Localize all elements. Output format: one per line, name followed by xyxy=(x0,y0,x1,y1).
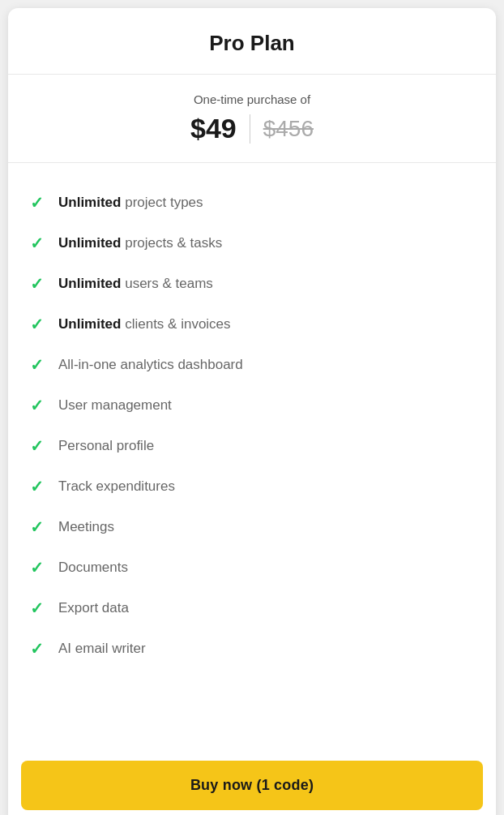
price-divider xyxy=(250,114,250,144)
current-price: $49 xyxy=(190,113,237,144)
check-icon: ✓ xyxy=(28,598,45,618)
feature-text: Unlimited users & teams xyxy=(58,275,213,293)
list-item: ✓User management xyxy=(28,385,476,426)
list-item: ✓Documents xyxy=(28,547,476,588)
original-price: $456 xyxy=(263,116,314,142)
list-item: ✓Unlimited clients & invoices xyxy=(28,304,476,345)
list-item: ✓Unlimited users & teams xyxy=(28,264,476,304)
check-icon: ✓ xyxy=(28,517,45,537)
feature-text: Personal profile xyxy=(58,437,154,455)
list-item: ✓Meetings xyxy=(28,507,476,547)
list-item: ✓AI email writer xyxy=(28,628,476,669)
list-item: ✓Unlimited project types xyxy=(28,182,476,223)
check-icon: ✓ xyxy=(28,274,45,294)
list-item: ✓Unlimited projects & tasks xyxy=(28,223,476,264)
pricing-section: One-time purchase of $49 $456 xyxy=(8,75,496,163)
list-item: ✓Export data xyxy=(28,588,476,628)
check-icon: ✓ xyxy=(28,396,45,415)
feature-text: All-in-one analytics dashboard xyxy=(58,356,243,374)
pricing-amounts: $49 $456 xyxy=(28,113,476,144)
plan-title: Pro Plan xyxy=(28,31,476,56)
check-icon: ✓ xyxy=(28,355,45,375)
feature-text: Meetings xyxy=(58,518,114,536)
pricing-card: Pro Plan One-time purchase of $49 $456 ✓… xyxy=(8,8,496,815)
feature-text: Unlimited project types xyxy=(58,194,203,212)
buy-button[interactable]: Buy now (1 code) xyxy=(21,761,483,810)
buy-button-section: Buy now (1 code) xyxy=(8,748,496,815)
check-icon: ✓ xyxy=(28,193,45,212)
check-icon: ✓ xyxy=(28,558,45,577)
feature-text: Unlimited projects & tasks xyxy=(58,234,222,252)
check-icon: ✓ xyxy=(28,315,45,334)
card-header: Pro Plan xyxy=(8,8,496,75)
list-item: ✓Track expenditures xyxy=(28,466,476,507)
feature-text: Unlimited clients & invoices xyxy=(58,315,231,333)
check-icon: ✓ xyxy=(28,639,45,658)
feature-text: Export data xyxy=(58,599,129,617)
feature-text: User management xyxy=(58,397,172,414)
feature-text: Documents xyxy=(58,559,128,577)
feature-text: AI email writer xyxy=(58,640,146,658)
check-icon: ✓ xyxy=(28,234,45,253)
check-icon: ✓ xyxy=(28,477,45,496)
pricing-label: One-time purchase of xyxy=(28,92,476,106)
list-item: ✓All-in-one analytics dashboard xyxy=(28,345,476,385)
feature-text: Track expenditures xyxy=(58,478,175,495)
list-item: ✓Personal profile xyxy=(28,426,476,466)
check-icon: ✓ xyxy=(28,436,45,456)
features-section: ✓Unlimited project types✓Unlimited proje… xyxy=(8,163,496,748)
